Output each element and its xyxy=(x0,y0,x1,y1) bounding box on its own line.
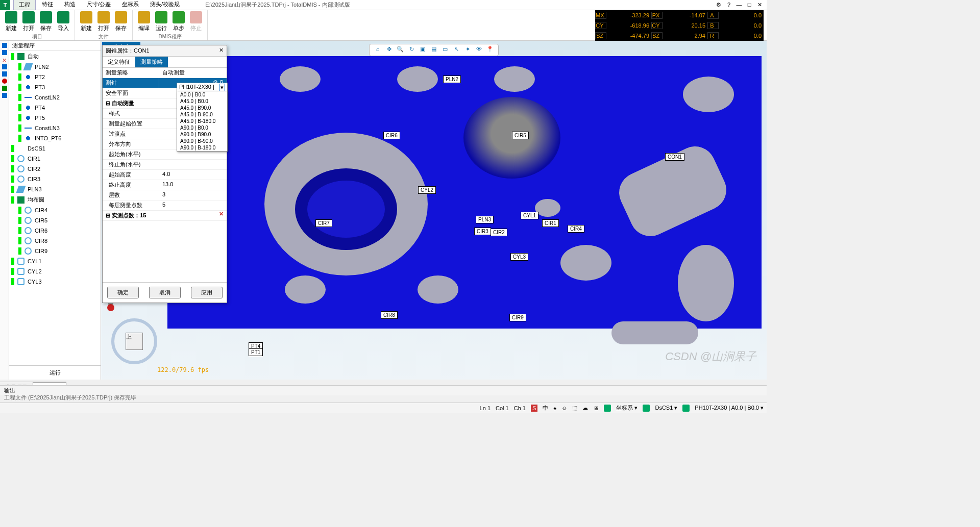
wand-icon[interactable]: ✦ xyxy=(463,46,472,54)
open-file-button[interactable]: 打开 xyxy=(97,11,110,32)
tree-item-PT3[interactable]: PT3 xyxy=(9,82,101,92)
dialog-close-icon[interactable]: ✕ xyxy=(219,47,224,55)
menu-project[interactable]: 工程 xyxy=(13,0,36,10)
tree-item-CIR2[interactable]: CIR2 xyxy=(9,164,101,174)
status-icon[interactable]: ♠ xyxy=(553,405,556,411)
prop-row[interactable]: 终止高度13.0 xyxy=(103,180,227,190)
tree-run-button[interactable]: 运行 xyxy=(9,365,101,380)
dropdown-option[interactable]: A0.0 | B0.0 xyxy=(177,91,227,98)
maximize-icon[interactable]: □ xyxy=(745,2,753,8)
compile-button[interactable]: 编译 xyxy=(138,11,150,32)
dropdown-option[interactable]: A45.0 | B-90.0 xyxy=(177,111,227,118)
status-icon[interactable]: 🖥 xyxy=(593,405,599,411)
run-button[interactable]: 运行 xyxy=(155,11,167,32)
status-icon[interactable]: ☺ xyxy=(561,405,567,411)
label-CYL3[interactable]: CYL3 xyxy=(510,253,528,261)
home-icon[interactable]: ⌂ xyxy=(374,46,382,54)
menu-cs[interactable]: 坐标系 xyxy=(117,0,144,10)
dscs-icon[interactable] xyxy=(643,405,650,412)
label-CIR4[interactable]: CIR4 xyxy=(568,225,584,233)
probe-icon[interactable] xyxy=(682,405,690,412)
cancel-button[interactable]: 取消 xyxy=(149,287,181,298)
status-icon[interactable]: ☁ xyxy=(582,405,588,411)
ime-icon[interactable]: S xyxy=(531,405,537,412)
tree-body[interactable]: 自动PLN2PT2PT3ConstLN2PT4PT5ConstLN3INTO_P… xyxy=(9,51,101,365)
menu-probe[interactable]: 测头/校验规 xyxy=(145,0,185,10)
tree-item-PT4[interactable]: PT4 xyxy=(9,103,101,113)
tree-item-PT2[interactable]: PT2 xyxy=(9,72,101,82)
dropdown-option[interactable]: A45.0 | B-180.0 xyxy=(177,118,227,124)
ime-lang[interactable]: 中 xyxy=(543,404,548,412)
label-CIR3[interactable]: CIR3 xyxy=(474,228,491,235)
label-PLN3[interactable]: PLN3 xyxy=(476,216,494,223)
tree-item-CIR5[interactable]: CIR5 xyxy=(9,215,101,225)
zoom-icon[interactable]: 🔍 xyxy=(396,46,404,54)
label-CIR1[interactable]: CIR1 xyxy=(542,219,559,227)
import-button[interactable]: 导入 xyxy=(57,11,69,32)
tree-item-CIR1[interactable]: CIR1 xyxy=(9,154,101,164)
tree-item-CYL2[interactable]: CYL2 xyxy=(9,266,101,277)
tree-item-PT5[interactable]: PT5 xyxy=(9,113,101,123)
cs-icon[interactable] xyxy=(604,405,611,412)
tree-item-CYL3[interactable]: CYL3 xyxy=(9,277,101,287)
select-icon[interactable]: ▭ xyxy=(441,46,449,54)
tree-item-自动[interactable]: 自动 xyxy=(9,51,101,62)
tree-item-均布圆[interactable]: 均布圆 xyxy=(9,194,101,205)
minimize-icon[interactable]: — xyxy=(735,2,743,8)
eye-icon[interactable]: 👁 xyxy=(475,46,483,54)
layers-icon[interactable]: ▤ xyxy=(430,46,438,54)
status-probe[interactable]: PH10T-2X30 | A0.0 | B0.0 ▾ xyxy=(695,405,764,411)
dialog-titlebar[interactable]: 圆锥属性：CON1 ✕ xyxy=(103,45,227,57)
probe-dropdown[interactable]: A0.0 | B0.0A45.0 | B0.0A45.0 | B90.0A45.… xyxy=(177,91,228,152)
tree-item-CIR4[interactable]: CIR4 xyxy=(9,205,101,215)
close-icon[interactable]: ✕ xyxy=(755,2,764,8)
tool-icon[interactable] xyxy=(2,93,7,98)
apply-button[interactable]: 应用 xyxy=(191,287,223,298)
label-CIR9[interactable]: CIR9 xyxy=(509,314,526,321)
tool-icon[interactable] xyxy=(2,50,7,55)
record-icon[interactable] xyxy=(2,79,7,84)
dropdown-option[interactable]: A45.0 | B90.0 xyxy=(177,105,227,111)
open-project-button[interactable]: 打开 xyxy=(22,11,35,32)
menu-dim[interactable]: 尺寸/公差 xyxy=(82,0,116,10)
tab-define[interactable]: 定义特征 xyxy=(103,57,135,67)
step-button[interactable]: 单步 xyxy=(173,11,185,32)
nav-cube[interactable]: 上 xyxy=(111,318,157,364)
new-file-button[interactable]: 新建 xyxy=(80,11,92,32)
prop-row[interactable]: 层数3 xyxy=(103,190,227,200)
pin-icon[interactable]: 📍 xyxy=(486,46,494,54)
prop-row[interactable]: 起始高度4.0 xyxy=(103,170,227,180)
label-CIR7[interactable]: CIR7 xyxy=(315,219,332,227)
move-icon[interactable]: ✥ xyxy=(385,46,393,54)
tool-icon[interactable]: ✕ xyxy=(2,57,7,62)
tree-item-PLN3[interactable]: PLN3 xyxy=(9,184,101,194)
status-dscs[interactable]: DsCS1 ▾ xyxy=(655,405,677,411)
label-PT1[interactable]: PT1 xyxy=(249,348,263,356)
fit-icon[interactable]: ▣ xyxy=(419,46,427,54)
prop-row[interactable]: 终止角(水平) xyxy=(103,160,227,170)
cursor-icon[interactable]: ↖ xyxy=(452,46,460,54)
label-PLN2[interactable]: PLN2 xyxy=(443,76,461,83)
dropdown-option[interactable]: A90.0 | B-90.0 xyxy=(177,138,227,144)
rotate-icon[interactable]: ↻ xyxy=(407,46,415,54)
dropdown-option[interactable]: A90.0 | B-180.0 xyxy=(177,144,227,151)
delete-icon[interactable]: ✕ xyxy=(216,211,227,220)
dropdown-option[interactable]: A90.0 | B90.0 xyxy=(177,131,227,138)
tab-strategy[interactable]: 测量策略 xyxy=(135,57,168,67)
stop-button[interactable]: 停止 xyxy=(190,11,202,32)
tree-item-PLN2[interactable]: PLN2 xyxy=(9,62,101,72)
label-CIR8[interactable]: CIR8 xyxy=(381,311,398,319)
tree-item-ConstLN2[interactable]: ConstLN2 xyxy=(9,92,101,103)
label-CIR5[interactable]: CIR5 xyxy=(512,132,529,139)
label-CIR2[interactable]: CIR2 xyxy=(491,229,507,236)
tree-item-ConstLN3[interactable]: ConstLN3 xyxy=(9,123,101,133)
tree-item-DsCS1[interactable]: DsCS1 xyxy=(9,143,101,154)
gear-icon[interactable]: ⚙ xyxy=(715,2,723,8)
menu-construct[interactable]: 构造 xyxy=(59,0,81,10)
label-CIR6[interactable]: CIR6 xyxy=(383,132,400,139)
tree-item-CIR8[interactable]: CIR8 xyxy=(9,236,101,246)
tool-icon[interactable] xyxy=(2,64,7,69)
new-project-button[interactable]: 新建 xyxy=(5,11,17,32)
dropdown-option[interactable]: A90.0 | B0.0 xyxy=(177,124,227,131)
cube-top[interactable]: 上 xyxy=(126,333,143,350)
